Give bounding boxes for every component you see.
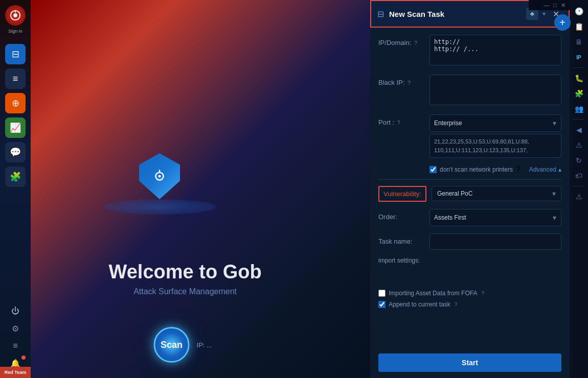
- right-panel: ⊟ New Scan Task ♣ ▾ ✕ IP/Domain: ? http:…: [370, 0, 570, 378]
- port-select[interactable]: Enterprise Common Full Custom: [429, 114, 561, 132]
- task-name-control: [429, 233, 561, 250]
- port-help-icon[interactable]: ?: [397, 120, 400, 126]
- minimize-button[interactable]: —: [544, 2, 549, 8]
- dashboard-icon: ⊟: [12, 49, 19, 60]
- divider: [378, 179, 561, 180]
- close-window-button[interactable]: ✕: [561, 2, 566, 9]
- warning-icon: ⚠: [576, 141, 582, 149]
- shield-icon-3d: [139, 153, 180, 199]
- plus-button[interactable]: +: [554, 14, 571, 31]
- target-icon: ⊕: [12, 98, 19, 109]
- task-name-input[interactable]: [429, 233, 561, 250]
- menu-icon: ≡: [13, 341, 17, 350]
- dont-scan-label: don't scan network printers: [440, 166, 513, 173]
- users-icon: 👥: [575, 105, 583, 113]
- import-settings-label: import settings:: [378, 257, 561, 264]
- sidebar-item-list[interactable]: ≡: [5, 68, 26, 89]
- power-icon: ⏻: [11, 306, 19, 316]
- sidebar-bottom: ⏻ ⚙ ≡ 🔔: [5, 303, 26, 371]
- fr-expand-button[interactable]: ◀: [571, 123, 586, 137]
- dont-scan-row: don't scan network printers ? Advanced ▴: [378, 165, 561, 174]
- history-icon: 🕐: [575, 7, 583, 15]
- plugin-chevron-icon[interactable]: ▾: [542, 10, 546, 17]
- order-select[interactable]: Assets First Ports First: [429, 209, 561, 226]
- scan-ip-label: IP: ...: [197, 341, 212, 349]
- append-task-checkbox[interactable]: [378, 301, 386, 308]
- app-logo[interactable]: [5, 5, 26, 26]
- black-ip-input[interactable]: [429, 75, 561, 105]
- plus-icon: +: [559, 17, 566, 29]
- welcome-title: Welcome to Gob: [109, 261, 262, 283]
- vulnerability-chevron-icon: ▾: [552, 190, 556, 198]
- dont-scan-help-icon[interactable]: ?: [516, 165, 521, 174]
- import-fofa-checkbox[interactable]: [378, 290, 386, 297]
- fr-badge-button[interactable]: 🏷: [571, 169, 586, 183]
- scan-button[interactable]: Scan: [154, 327, 190, 363]
- black-ip-help-icon[interactable]: ?: [408, 80, 411, 86]
- platform-base: [103, 199, 216, 215]
- main-content: Welcome to Gob Attack Surface Management…: [31, 0, 370, 378]
- scan-button-area: Scan IP: ...: [154, 327, 212, 363]
- ip-icon: IP: [576, 55, 581, 60]
- svg-point-4: [159, 175, 161, 178]
- ip-domain-row: IP/Domain: ? http:// http:// /...: [378, 35, 561, 67]
- welcome-subtitle: Attack Surface Management: [109, 287, 262, 296]
- start-button[interactable]: Start: [378, 353, 561, 372]
- settings-button[interactable]: ⚙: [5, 321, 26, 336]
- welcome-area: Welcome to Gob Attack Surface Management: [109, 261, 262, 296]
- chart-icon: 📈: [10, 122, 21, 133]
- alert-icon: ⚠: [576, 193, 582, 201]
- svg-point-1: [13, 13, 17, 17]
- scene-container: [57, 41, 262, 245]
- red-team-badge: Red Team: [0, 367, 31, 378]
- fr-puzzle-button[interactable]: 🧩: [571, 86, 586, 101]
- menu-button[interactable]: ≡: [5, 338, 26, 353]
- vulnerability-select-header[interactable]: General PoC ▾: [432, 186, 561, 201]
- fr-ip-button[interactable]: IP: [571, 50, 586, 64]
- fr-notes-button[interactable]: 📋: [571, 19, 586, 34]
- fr-alert-button[interactable]: ⚠: [571, 190, 586, 204]
- fr-bug-button[interactable]: 🐛: [571, 71, 586, 85]
- import-fofa-label: Importing Asset Data from FOFA: [389, 290, 477, 297]
- ip-domain-label: IP/Domain: ?: [378, 35, 424, 46]
- black-ip-row: Black IP: ?: [378, 75, 561, 107]
- maximize-button[interactable]: □: [553, 2, 557, 8]
- settings-icon: ⚙: [12, 324, 19, 334]
- import-spacer: [378, 269, 561, 290]
- ip-domain-input[interactable]: http:// http:// /...: [429, 35, 561, 65]
- dont-scan-checkbox[interactable]: [429, 166, 437, 173]
- fr-monitor-button[interactable]: 🖥: [571, 35, 586, 49]
- fr-refresh-button[interactable]: ↻: [571, 153, 586, 168]
- advanced-chevron-icon: ▴: [558, 166, 561, 173]
- fr-users-button[interactable]: 👥: [571, 102, 586, 116]
- fr-warning-button[interactable]: ⚠: [571, 138, 586, 152]
- puzzle-icon: 🧩: [10, 171, 21, 182]
- vulnerability-label: Vulnerability:: [378, 186, 426, 202]
- window-controls: — □ ✕: [529, 0, 570, 10]
- vulnerability-select[interactable]: General PoC ▾: [432, 186, 561, 201]
- sidebar-item-target[interactable]: ⊕: [5, 93, 26, 113]
- order-control: Assets First Ports First: [429, 209, 561, 226]
- advanced-link[interactable]: Advanced ▴: [529, 166, 561, 173]
- ip-domain-help-icon[interactable]: ?: [414, 40, 417, 46]
- panel-footer: Start: [370, 347, 570, 378]
- sidebar-item-dashboard[interactable]: ⊟: [5, 44, 26, 64]
- chat-icon: 💬: [10, 147, 21, 158]
- notes-icon: 📋: [575, 22, 583, 31]
- badge-icon: 🏷: [575, 172, 582, 180]
- power-button[interactable]: ⏻: [5, 303, 26, 319]
- sidebar-item-puzzle[interactable]: 🧩: [5, 167, 26, 187]
- sidebar-item-chart[interactable]: 📈: [5, 117, 26, 138]
- panel-header-title: New Scan Task: [389, 10, 521, 18]
- sidebar-item-chat[interactable]: 💬: [5, 142, 26, 162]
- list-icon: ≡: [13, 74, 18, 84]
- fr-history-button[interactable]: 🕐: [571, 4, 586, 18]
- append-task-help-icon[interactable]: ?: [455, 302, 458, 308]
- fr-divider2: [573, 119, 585, 120]
- import-fofa-help-icon[interactable]: ?: [481, 291, 484, 296]
- task-name-row: Task name:: [378, 233, 561, 250]
- port-control: Enterprise Common Full Custom 21,22,23,2…: [429, 114, 561, 158]
- plugin-icon: ♣: [530, 10, 534, 17]
- ip-domain-control: http:// http:// /...: [429, 35, 561, 67]
- import-fofa-row: Importing Asset Data from FOFA ?: [378, 290, 561, 297]
